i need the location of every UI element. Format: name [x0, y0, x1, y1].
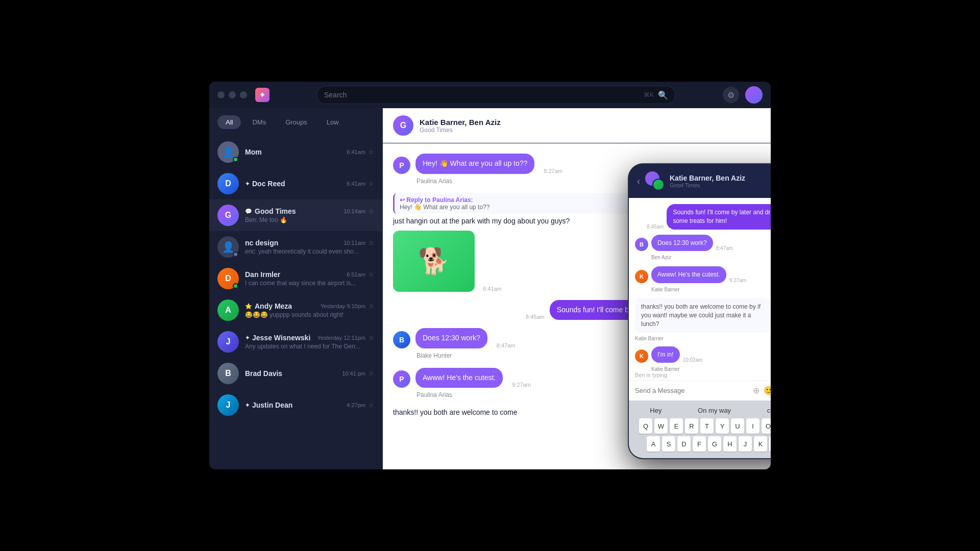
- mobile-header-info: Katie Barner, Ben Aziz Good Times: [670, 174, 771, 188]
- tab-groups[interactable]: Groups: [277, 115, 315, 129]
- mobile-header: ‹ Katie Barner, Ben Aziz Good Times ☰: [629, 164, 771, 198]
- message-group: K I'm in! 10:02am Katie Barner: [635, 346, 771, 372]
- key-f[interactable]: F: [693, 436, 706, 452]
- key-w[interactable]: W: [654, 418, 668, 434]
- key-a[interactable]: A: [647, 436, 660, 452]
- conv-preview: eric: yeah theoretically it could even s…: [245, 248, 374, 255]
- message-group: 8:45am Sounds fun! I'll come by later an…: [635, 204, 771, 230]
- minimize-dot: [229, 91, 236, 98]
- tab-low[interactable]: Low: [318, 115, 347, 129]
- search-input[interactable]: [324, 91, 640, 99]
- chat-name: Katie Barner, Ben Aziz: [420, 118, 501, 127]
- message-row: 8:45am Sounds fun! I'll come by later an…: [635, 204, 771, 230]
- suggestion-hey[interactable]: Hey: [650, 407, 662, 414]
- attachment-icon[interactable]: ⊕: [753, 386, 760, 395]
- reply-block: ↩ Reply to Paulina Arias: Hey! 👋 What ar…: [393, 193, 648, 214]
- close-dot: [217, 91, 225, 98]
- star-icon: ☆: [369, 370, 374, 377]
- settings-button[interactable]: ⚙: [723, 87, 739, 103]
- conv-name: ✦ Jesse Wisnewski: [245, 334, 310, 342]
- conv-info: 💬 Good Times 10:14am ☆ Ben: Me too 🔥: [245, 207, 374, 223]
- message-bubble: Sounds fun! I'll come by later and drop …: [667, 204, 771, 230]
- list-item[interactable]: 👤 nc design 10:11am ☆ eric: yeah theoret…: [209, 231, 382, 263]
- message-time: 8:27am: [544, 168, 562, 174]
- key-d[interactable]: D: [677, 436, 691, 452]
- avatar: B: [217, 363, 239, 384]
- avatar: B: [635, 238, 648, 251]
- message-input[interactable]: [635, 387, 749, 394]
- avatar: G: [217, 205, 239, 226]
- list-item[interactable]: J ✦ Justin Dean 4:27pm ☆: [209, 389, 382, 421]
- message-text: just hangin out at the park with my dog …: [393, 216, 648, 227]
- keyboard-row-2: A S D F G H J K L: [632, 436, 771, 452]
- chat-header: G Katie Barner, Ben Aziz Good Times: [383, 108, 771, 143]
- list-item[interactable]: 👤 Mom 6:41am ☆: [209, 136, 382, 168]
- key-g[interactable]: G: [708, 436, 721, 452]
- emoji-icon[interactable]: 🙂: [764, 386, 771, 395]
- key-h[interactable]: H: [723, 436, 737, 452]
- list-item[interactable]: D ✦ Doc Reed 6:41am ☆: [209, 168, 382, 199]
- message-group: K Awww! He's the cutest. 9:27am Katie Ba…: [635, 266, 771, 293]
- message-meta: Katie Barner 9:39am: [635, 335, 771, 341]
- app-logo: ✦: [255, 88, 270, 102]
- key-j[interactable]: J: [739, 436, 752, 452]
- suggestion-cool[interactable]: cool: [767, 407, 771, 414]
- chat-sub: Good Times: [420, 127, 501, 134]
- conv-name: ✦ Doc Reed: [245, 180, 285, 188]
- conv-info: Brad Davis 10:41 pm ☆: [245, 369, 374, 378]
- message-bubble: Hey! 👋 What are you all up to??: [415, 154, 534, 174]
- list-item[interactable]: J ✦ Jesse Wisnewski Yesterday 12:11pm ☆ …: [209, 326, 382, 358]
- list-item[interactable]: A ⭐ Andy Meza Yesterday 9:10pm ☆ 😂😂😂 yup…: [209, 294, 382, 326]
- star-icon: ☆: [369, 208, 374, 215]
- tab-all[interactable]: All: [217, 115, 241, 129]
- sender-name: Katie Barner: [651, 366, 680, 372]
- sidebar: All DMs Groups Low 👤 Mom 6: [209, 108, 383, 469]
- sender-name: Katie Barner: [635, 336, 664, 341]
- list-item[interactable]: B Brad Davis 10:41 pm ☆: [209, 358, 382, 389]
- search-bar[interactable]: ⌘K 🔍: [316, 86, 676, 104]
- key-s[interactable]: S: [662, 436, 675, 452]
- avatar: J: [217, 394, 239, 416]
- conv-time: 4:27pm: [347, 402, 365, 408]
- conv-time: 10:14am: [344, 208, 365, 214]
- star-icon: ☆: [369, 334, 374, 341]
- key-u[interactable]: U: [731, 418, 744, 434]
- message-time: 8:45am: [647, 224, 664, 230]
- conv-name: nc design: [245, 239, 278, 247]
- back-button[interactable]: ‹: [637, 176, 640, 187]
- sender-name: Katie Barner: [651, 287, 680, 292]
- conv-info: ⭐ Andy Meza Yesterday 9:10pm ☆ 😂😂😂 yuppp…: [245, 302, 374, 318]
- list-item[interactable]: D Dan Irmler 6:51am ☆ I can come that wa…: [209, 263, 382, 294]
- user-avatar[interactable]: [745, 86, 763, 104]
- message-bubble: I'm in!: [651, 346, 680, 363]
- key-o[interactable]: O: [762, 418, 771, 434]
- message-time: 8:47am: [716, 245, 733, 251]
- conv-name: ✦ Justin Dean: [245, 401, 292, 409]
- conv-name: ⭐ Andy Meza: [245, 302, 292, 310]
- mobile-avatar2: [652, 179, 665, 191]
- mobile-chat-sub: Good Times: [670, 182, 771, 188]
- key-i[interactable]: I: [746, 418, 760, 434]
- key-r[interactable]: R: [685, 418, 698, 434]
- message-row: B Does 12:30 work? 8:47am: [635, 235, 771, 252]
- dog-image: 🐕: [393, 231, 475, 292]
- conv-time: 6:41am: [347, 181, 365, 187]
- key-y[interactable]: Y: [716, 418, 729, 434]
- key-t[interactable]: T: [700, 418, 714, 434]
- key-e[interactable]: E: [670, 418, 683, 434]
- conv-name: Dan Irmler: [245, 270, 280, 279]
- message-sender: Ben Aziz: [651, 252, 771, 261]
- mobile-keyboard: Hey On my way cool Q W E R T Y U I O P A…: [629, 400, 771, 458]
- avatar: A: [217, 299, 239, 321]
- avatar: K: [635, 349, 648, 363]
- list-item[interactable]: G 💬 Good Times 10:14am ☆ Ben: Me too 🔥: [209, 199, 382, 231]
- fullscreen-dot: [240, 91, 247, 98]
- key-l[interactable]: L: [769, 436, 771, 452]
- key-k[interactable]: K: [754, 436, 767, 452]
- chat-header-avatar: G: [393, 115, 413, 136]
- tab-dms[interactable]: DMs: [244, 115, 274, 129]
- window-controls: [217, 91, 247, 98]
- conv-time: Yesterday 9:10pm: [321, 303, 365, 309]
- key-q[interactable]: Q: [639, 418, 652, 434]
- suggestion-on-my-way[interactable]: On my way: [698, 407, 731, 414]
